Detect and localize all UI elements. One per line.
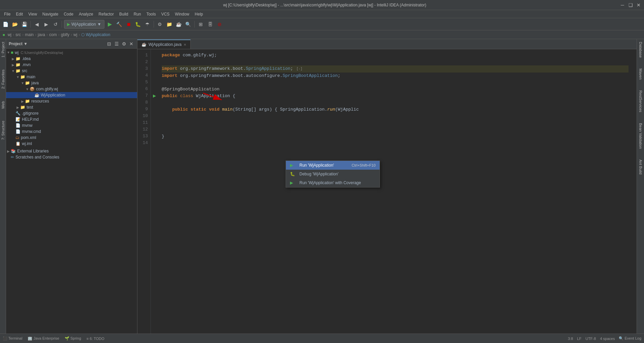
menu-edit[interactable]: Edit: [13, 11, 26, 17]
window-controls[interactable]: ─ ❑ ✕: [620, 2, 641, 8]
gutter-line-9: [151, 106, 158, 113]
menu-tools[interactable]: Tools: [144, 11, 159, 17]
ctx-run-item[interactable]: ▶ Run 'WjApplication' Ctrl+Shift+F10: [286, 161, 380, 170]
breadcrumb-wj[interactable]: wj: [8, 32, 11, 37]
sidebar-tab-ant-build[interactable]: Ant Build: [638, 157, 643, 177]
sdk-button[interactable]: ☕: [175, 20, 183, 28]
no-entry-button[interactable]: ⊘: [216, 20, 224, 28]
refresh-button[interactable]: ↺: [52, 20, 60, 28]
status-spring[interactable]: 🌱 Spring: [65, 336, 81, 341]
collapse-all-icon[interactable]: ⊟: [106, 41, 112, 47]
settings-tree-icon[interactable]: ☰: [114, 41, 120, 47]
tree-item-wjapplication[interactable]: ☕ WjApplication: [6, 92, 137, 98]
breadcrumb-wj-pkg[interactable]: wj: [73, 32, 77, 37]
status-lf[interactable]: LF: [577, 337, 581, 341]
coverage-button[interactable]: ☂: [143, 20, 152, 28]
status-position[interactable]: 3:8: [568, 337, 573, 341]
sidebar-tab-project[interactable]: 1: Project: [0, 39, 6, 60]
menu-navigate[interactable]: Navigate: [40, 11, 61, 17]
gear-tree-icon[interactable]: ⚙: [121, 41, 127, 47]
stop-button[interactable]: ⏹: [125, 20, 133, 28]
new-file-button[interactable]: 📄: [1, 20, 9, 28]
breadcrumb-gblfy[interactable]: gblfy: [61, 32, 69, 37]
ctx-coverage-item[interactable]: ▶ Run 'WjApplication' with Coverage: [286, 178, 380, 187]
tree-item-resources[interactable]: ▶ 📁 resources: [6, 98, 137, 104]
maximize-button[interactable]: ❑: [628, 2, 633, 8]
tree-item-mvn[interactable]: ▶ 📁 .mvn: [6, 62, 137, 68]
tree-item-src[interactable]: ▼ 📁 src: [6, 68, 137, 74]
editor-tab-wjapplication[interactable]: ☕ WjApplication.java ✕: [137, 39, 191, 49]
breadcrumb-src[interactable]: src: [15, 32, 21, 37]
tree-item-test[interactable]: ▶ 📁 test: [6, 104, 137, 110]
project-panel-icons: ⊟ ☰ ⚙ ✕: [106, 41, 134, 47]
back-button[interactable]: ◀: [33, 20, 41, 28]
tree-item-mvnw[interactable]: ▶ 📄 mvnw: [6, 122, 137, 128]
tree-label-mvn: .mvn: [22, 62, 31, 67]
sidebar-tab-favorites[interactable]: 2: Favorites: [0, 67, 6, 91]
menu-build[interactable]: Build: [117, 11, 131, 17]
tree-item-java[interactable]: ▼ 📁 java: [6, 80, 137, 86]
tree-item-external-libs[interactable]: ▶ 📚 External Libraries: [6, 148, 137, 154]
menu-file[interactable]: File: [1, 11, 13, 17]
settings-button[interactable]: ⚙: [156, 20, 164, 28]
project-structure-button[interactable]: 📁: [165, 20, 173, 28]
ctx-debug-item[interactable]: 🐛 Debug 'WjApplication': [286, 170, 380, 178]
run-gutter-line-7[interactable]: ▶: [151, 92, 158, 99]
menu-analyze[interactable]: Analyze: [76, 11, 96, 17]
sidebar-tab-bean-validation[interactable]: Bean Validation: [638, 120, 643, 151]
menu-refactor[interactable]: Refactor: [96, 11, 117, 17]
search-everywhere-button[interactable]: 🔍: [184, 20, 192, 28]
line-num-5: 5: [137, 79, 151, 86]
open-button[interactable]: 📂: [11, 20, 19, 28]
breadcrumb-java[interactable]: java: [38, 32, 45, 37]
tree-item-wj-root[interactable]: ▼ ■ wj C:\Users\gblfy\Desktop\wj: [6, 49, 137, 56]
run-button[interactable]: ▶: [106, 20, 114, 28]
status-encoding[interactable]: UTF-8: [585, 337, 596, 341]
sidebar-tab-database[interactable]: Database: [638, 39, 643, 60]
close-button[interactable]: ✕: [636, 2, 641, 8]
menu-help[interactable]: Help: [192, 11, 206, 17]
debug-button[interactable]: 🐛: [134, 20, 142, 28]
save-button[interactable]: 💾: [20, 20, 28, 28]
minimize-button[interactable]: ─: [620, 2, 625, 8]
code-content[interactable]: package com.gblfy.wj; import org.springf…: [158, 49, 633, 334]
fold-icon-3[interactable]: [-]: [296, 67, 302, 71]
hide-panel-icon[interactable]: ✕: [128, 41, 134, 47]
breadcrumb-com[interactable]: com: [49, 32, 57, 37]
tree-item-idea[interactable]: ▶ 📁 .idea: [6, 56, 137, 62]
build-button[interactable]: 🔨: [115, 20, 123, 28]
status-terminal[interactable]: ⬛ Terminal: [3, 336, 22, 341]
status-java-enterprise[interactable]: 🏢 Java Enterprise: [28, 336, 59, 341]
sidebar-tab-restservices[interactable]: RestServices: [638, 88, 643, 115]
project-panel: Project ▼ ⊟ ☰ ⚙ ✕ ▼ ■ wj C:\Users\gblfy\…: [6, 39, 137, 334]
code-line-7: public class WjApplication {: [162, 93, 629, 99]
tree-item-package[interactable]: ▼ 📦 com.gblfy.wj: [6, 86, 137, 92]
tree-item-main[interactable]: ▼ 📁 main: [6, 74, 137, 80]
tree-item-wjiml[interactable]: ▶ 📋 wj.iml: [6, 141, 137, 147]
run-config-dropdown[interactable]: ▶ WjApplication ▼: [64, 20, 104, 29]
status-indent[interactable]: 4 spaces: [600, 337, 615, 341]
sidebar-tab-structure[interactable]: 7: Structure: [0, 118, 6, 143]
menu-vcs[interactable]: VCS: [159, 11, 172, 17]
menu-window[interactable]: Window: [172, 11, 192, 17]
tab-close-button[interactable]: ✕: [184, 43, 186, 47]
forward-button[interactable]: ▶: [42, 20, 50, 28]
status-event-log[interactable]: 🔍 Event Log: [619, 336, 641, 341]
tree-item-scratches[interactable]: ▶ ✏ Scratches and Consoles: [6, 154, 137, 160]
terminal-button[interactable]: ⊞: [197, 20, 205, 28]
status-todo[interactable]: ≡ 6: TODO: [87, 337, 104, 341]
breadcrumb-wjapplication[interactable]: ⬡ WjApplication: [81, 32, 110, 37]
db-button[interactable]: 🗄: [206, 20, 214, 28]
menu-view[interactable]: View: [26, 11, 40, 17]
menu-run[interactable]: Run: [131, 11, 144, 17]
tree-item-helpmd[interactable]: ▶ 📝 HELP.md: [6, 116, 137, 122]
breadcrumb-main[interactable]: main: [25, 32, 34, 37]
code-editor[interactable]: 1 2 3 4 5 6 7 8 9 10 11 12 13 14: [137, 49, 637, 334]
sidebar-tab-maven[interactable]: Maven: [638, 66, 643, 82]
tree-item-mvnwcmd[interactable]: ▶ 📄 mvnw.cmd: [6, 128, 137, 135]
sidebar-tab-web[interactable]: Web: [0, 98, 6, 111]
tree-item-gitignore[interactable]: ▶ 🔧 .gitignore: [6, 110, 137, 116]
tree-item-pomxml[interactable]: ▶ 🗂 pom.xml: [6, 135, 137, 141]
scrollbar[interactable]: [633, 49, 637, 334]
menu-code[interactable]: Code: [61, 11, 76, 17]
